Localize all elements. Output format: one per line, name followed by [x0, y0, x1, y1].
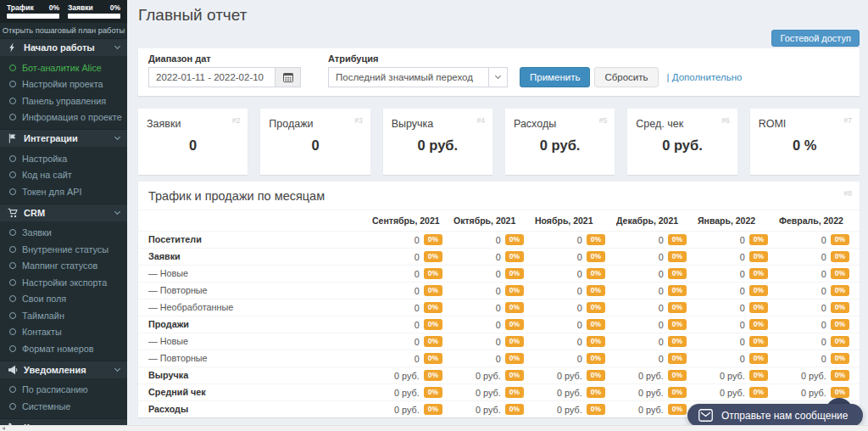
kpi-value: 0 руб.: [514, 137, 606, 154]
sidebar-item[interactable]: Информация о проекте: [0, 109, 127, 126]
sidebar-section-integrations[interactable]: Интеграции: [0, 129, 127, 147]
row-label: Средний чек: [138, 383, 371, 400]
sidebar-item[interactable]: Маппинг статусов: [0, 258, 127, 275]
month-column-header: Сентябрь, 2021: [371, 210, 453, 231]
cell-value: 0: [415, 234, 420, 244]
circle-bullet-icon: [9, 386, 16, 393]
sidebar-item[interactable]: Формат номеров: [0, 340, 127, 357]
sidebar-item[interactable]: По расписанию: [0, 382, 127, 399]
kpi-card: ROMI#70 %: [750, 109, 860, 175]
cell-value: 0: [821, 234, 826, 244]
cell-value: 0 руб.: [720, 387, 745, 397]
chevron-down-icon: [114, 365, 120, 371]
sidebar-item[interactable]: Внутренние статусы: [0, 241, 127, 258]
table-row: Продажи00%00%00%00%00%00%: [138, 316, 860, 333]
sidebar-section-crm[interactable]: CRM: [0, 204, 127, 221]
cell-value: 0: [740, 234, 745, 244]
percent-badge: 0%: [668, 387, 687, 398]
circle-bullet-icon: [9, 114, 16, 120]
circle-bullet-icon: [9, 98, 16, 104]
chat-widget[interactable]: Отправьте нам сообщение: [687, 404, 863, 427]
percent-badge: 0%: [424, 336, 442, 347]
kpi-index-badge: #2: [232, 116, 240, 125]
sidebar-item[interactable]: Системные: [0, 398, 127, 415]
table-cell: 00%: [453, 299, 534, 316]
sidebar-item[interactable]: Свои поля: [0, 291, 127, 308]
sidebar-item[interactable]: Бот-аналитик Alice: [0, 59, 127, 76]
sidebar-section-label: CRM: [24, 208, 45, 218]
row-label: Продажи: [138, 316, 371, 333]
cell-value: 0: [415, 251, 420, 261]
table-cell: 00%: [371, 350, 453, 367]
percent-badge: 0%: [424, 234, 442, 245]
cell-value: 0: [821, 251, 826, 261]
cell-value: 0: [496, 251, 501, 261]
sidebar-item-label: Код на сайт: [22, 170, 72, 180]
circle-bullet-icon: [9, 403, 16, 410]
sidebar-item-label: Настройка: [22, 154, 67, 164]
percent-badge: 0%: [587, 353, 605, 364]
percent-badge: 0%: [505, 319, 524, 330]
sidebar-item[interactable]: Настройки экспорта: [0, 274, 127, 291]
sidebar-progress-block: Трафик 0% Заявки 0%: [0, 0, 127, 23]
kpi-value: 0 %: [759, 137, 851, 154]
table-cell: 00%: [615, 299, 697, 316]
table-cell: 00%: [453, 282, 534, 299]
table-cell: 00%: [534, 350, 615, 367]
sidebar-item[interactable]: Таймлайн: [0, 307, 127, 324]
sidebar-section-start[interactable]: Начало работы: [0, 38, 127, 56]
cell-value: 0: [659, 302, 664, 312]
cell-value: 0 руб.: [557, 404, 582, 414]
sidebar-item[interactable]: Контакты: [0, 324, 127, 341]
calendar-icon[interactable]: [275, 67, 301, 87]
percent-badge: 0%: [505, 302, 524, 313]
table-cell: 00%: [371, 299, 453, 316]
reset-button[interactable]: Сбросить: [594, 67, 658, 87]
cell-value: 0: [415, 353, 420, 363]
kpi-index-badge: #4: [477, 116, 485, 125]
table-cell: 00%: [371, 333, 453, 350]
sidebar-item-label: Внутренние статусы: [22, 244, 108, 255]
sidebar-item[interactable]: Настройки проекта: [0, 76, 127, 93]
filter-panel: Диапазон дат Атрибуция Последний значимы…: [138, 48, 860, 96]
cell-value: 0: [577, 285, 582, 295]
attribution-select[interactable]: Последний значимый переход: [328, 67, 508, 87]
date-range-input[interactable]: [148, 67, 275, 87]
cell-value: 0: [415, 336, 420, 346]
cell-value: 0: [415, 319, 420, 329]
table-cell: 00%: [697, 350, 778, 367]
plan-link[interactable]: Открыть пошаговый план работы: [0, 23, 127, 38]
table-cell: 00%: [615, 282, 697, 299]
cell-value: 0: [577, 319, 582, 329]
scroll-left-arrow-icon[interactable]: [2, 427, 5, 430]
sidebar-section-notifications[interactable]: Уведомления: [0, 361, 127, 378]
kpi-value: 0: [147, 137, 239, 154]
guest-access-button[interactable]: Гостевой доступ: [771, 30, 860, 47]
sidebar-item[interactable]: Токен для API: [0, 183, 127, 200]
row-label: Посетители: [138, 231, 371, 248]
sidebar-section-label: Уведомления: [24, 365, 86, 375]
more-options-link[interactable]: | Дополнительно: [667, 67, 743, 87]
cell-value: 0: [740, 319, 745, 329]
cell-value: 0: [496, 302, 501, 312]
percent-badge: 0%: [831, 234, 849, 245]
cell-value: 0: [821, 285, 826, 295]
sidebar-item[interactable]: Код на сайт: [0, 167, 127, 184]
table-index-badge: #8: [844, 189, 852, 198]
table-row: Выручка0 руб.0%0 руб.0%0 руб.0%0 руб.0%0…: [138, 367, 860, 383]
percent-badge: 0%: [587, 387, 605, 398]
sidebar-item-label: Таймлайн: [22, 311, 64, 321]
sidebar-item[interactable]: Настройка: [0, 150, 127, 167]
sidebar-item[interactable]: Заявки: [0, 225, 127, 242]
percent-badge: 0%: [505, 404, 524, 415]
horizontal-scrollbar[interactable]: [0, 425, 868, 431]
kpi-cards-row: Заявки#20Продажи#30Выручка#40 руб.Расход…: [138, 109, 860, 175]
table-cell: 00%: [453, 231, 534, 248]
apply-button[interactable]: Применить: [520, 67, 590, 87]
percent-badge: 0%: [587, 319, 605, 330]
sidebar-item[interactable]: Панель управления: [0, 92, 127, 109]
percent-badge: 0%: [749, 285, 768, 296]
percent-badge: 0%: [424, 404, 442, 415]
sidebar-item-label: Свои поля: [22, 294, 66, 304]
row-label-column-header: [138, 210, 371, 231]
